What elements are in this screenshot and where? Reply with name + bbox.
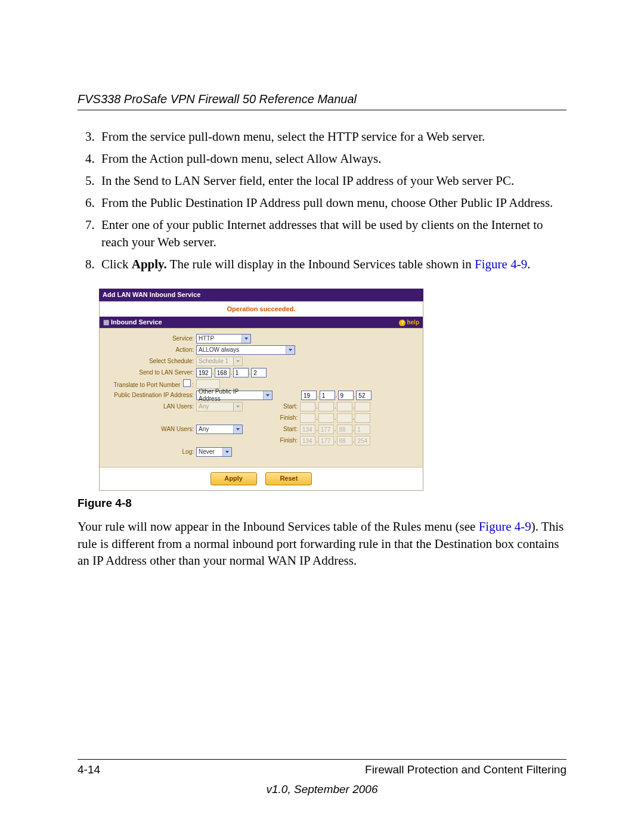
lan-finish-label: Finish: <box>271 414 300 422</box>
step-text: From the Public Destination IP Address p… <box>101 196 553 210</box>
translate-label: Translate to Port Number : <box>104 379 196 389</box>
translate-checkbox[interactable] <box>183 379 191 387</box>
body-paragraph: Your rule will now appear in the Inbound… <box>78 518 566 570</box>
lan-finish-2 <box>318 413 334 423</box>
pubdest-value: Other Public IP Address <box>199 388 261 402</box>
pubdest-oct3[interactable] <box>338 391 354 400</box>
schedule-select: Schedule 1 <box>196 357 243 366</box>
action-select[interactable]: ALLOW always <box>196 345 295 355</box>
lan-start-label: Start: <box>271 403 300 410</box>
sendto-oct4[interactable] <box>251 368 267 377</box>
step-4: From the Action pull-down menu, select A… <box>98 150 566 168</box>
translate-port-input <box>196 379 220 389</box>
service-value: HTTP <box>199 335 214 342</box>
figure-link[interactable]: Figure 4-9 <box>475 257 527 271</box>
section-title-text: Inbound Service <box>111 318 162 326</box>
chevron-down-icon <box>286 346 295 354</box>
wanusers-select[interactable]: Any <box>196 425 243 434</box>
chevron-down-icon <box>233 425 242 433</box>
step-8: Click Apply. The rule will display in th… <box>98 256 566 273</box>
lan-finish-3 <box>337 413 352 423</box>
steps-list: From the service pull-down menu, select … <box>78 128 566 273</box>
action-label: Action: <box>104 346 196 354</box>
lanusers-label: LAN Users: <box>104 403 196 410</box>
service-select[interactable]: HTTP <box>196 334 251 343</box>
running-header: FVS338 ProSafe VPN Firewall 50 Reference… <box>78 92 566 110</box>
chevron-down-icon <box>233 402 242 411</box>
schedule-label: Select Schedule: <box>104 358 196 365</box>
step-3: From the service pull-down menu, select … <box>98 128 566 145</box>
help-label: help <box>407 319 419 326</box>
lan-start-1 <box>300 402 315 411</box>
step-pre: Click <box>101 257 132 271</box>
wan-finish-1 <box>300 436 315 445</box>
step-bold: Apply. <box>132 257 167 271</box>
wan-finish-3 <box>337 436 352 445</box>
wan-start-2 <box>318 425 334 434</box>
chapter-title: Firewall Protection and Content Filterin… <box>365 763 566 776</box>
success-message: Operation succeeded. <box>100 302 423 317</box>
wan-start-label: Start: <box>271 426 300 433</box>
section-title: ▦ Inbound Service <box>103 318 162 326</box>
page-footer: 4-14 Firewall Protection and Content Fil… <box>78 759 566 776</box>
pubdest-oct4[interactable] <box>356 391 371 400</box>
sendto-oct2[interactable] <box>215 368 230 377</box>
pubdest-label: Public Destination IP Address: <box>104 392 196 399</box>
service-label: Service: <box>104 335 196 342</box>
lan-finish-4 <box>355 413 370 423</box>
step-text: In the Send to LAN Server field, enter t… <box>101 174 514 188</box>
wanusers-label: WAN Users: <box>104 426 196 433</box>
panel-title: Add LAN WAN Inbound Service <box>99 289 423 301</box>
wan-start-1 <box>300 425 315 434</box>
pubdest-oct2[interactable] <box>320 391 335 400</box>
lan-start-4 <box>355 402 370 411</box>
page-number: 4-14 <box>78 763 100 776</box>
embedded-panel: Add LAN WAN Inbound Service Operation su… <box>99 289 423 491</box>
translate-label-text: Translate to Port Number <box>114 382 181 388</box>
sendto-oct3[interactable] <box>233 368 249 377</box>
wan-start-4 <box>355 425 370 434</box>
chevron-down-icon <box>222 448 231 456</box>
chevron-down-icon <box>233 357 242 366</box>
figure-link-2[interactable]: Figure 4-9 <box>479 519 531 534</box>
doc-version: v1.0, September 2006 <box>0 783 644 796</box>
step-text: From the Action pull-down menu, select A… <box>101 151 382 166</box>
help-link[interactable]: ?help <box>399 319 419 326</box>
log-select[interactable]: Never <box>196 447 232 457</box>
wan-finish-label: Finish: <box>271 437 300 444</box>
step-post: The rule will display in the Inbound Ser… <box>167 257 475 271</box>
wan-start-3 <box>337 425 352 434</box>
step-text: From the service pull-down menu, select … <box>101 129 485 144</box>
schedule-value: Schedule 1 <box>199 358 228 365</box>
chevron-down-icon <box>242 335 250 343</box>
step-5: In the Send to LAN Server field, enter t… <box>98 172 566 190</box>
action-value: ALLOW always <box>199 346 239 354</box>
wan-finish-4 <box>355 436 370 445</box>
sendto-label: Send to LAN Server: <box>104 369 196 376</box>
para-pre: Your rule will now appear in the Inbound… <box>78 519 479 534</box>
lan-start-3 <box>337 402 352 411</box>
pubdest-select[interactable]: Other Public IP Address <box>196 391 273 400</box>
wanusers-value: Any <box>199 426 209 433</box>
log-value: Never <box>199 448 215 456</box>
reset-button[interactable]: Reset <box>265 472 312 485</box>
step-text: Enter one of your public Internet addres… <box>101 218 543 249</box>
chevron-down-icon <box>263 391 272 400</box>
lan-finish-1 <box>300 413 315 423</box>
log-label: Log: <box>104 448 196 456</box>
help-icon: ? <box>399 320 405 326</box>
step-7: Enter one of your public Internet addres… <box>98 216 566 251</box>
wan-finish-2 <box>318 436 334 445</box>
pubdest-oct1[interactable] <box>301 391 317 400</box>
lanusers-select: Any <box>196 402 243 411</box>
lan-start-2 <box>318 402 334 411</box>
apply-button[interactable]: Apply <box>210 472 257 485</box>
step-post2: . <box>527 257 530 271</box>
figure-caption: Figure 4-8 <box>78 497 566 510</box>
step-6: From the Public Destination IP Address p… <box>98 194 566 212</box>
lanusers-value: Any <box>199 403 209 410</box>
sendto-oct1[interactable] <box>196 368 212 377</box>
